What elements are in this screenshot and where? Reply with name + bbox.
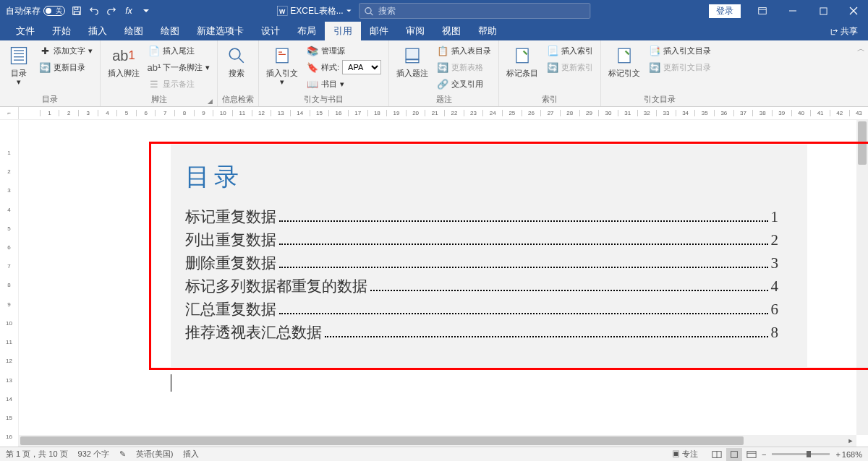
update-toc-button[interactable]: 🔄更新目录 [36,59,95,75]
toc-field[interactable]: 目录 标记重复数据1列出重复数据2删除重复数据3标记多列数据都重复的数据4汇总重… [171,145,807,367]
tab-设计[interactable]: 设计 [252,22,289,40]
close-icon[interactable] [839,0,868,22]
toc-entry[interactable]: 标记多列数据都重复的数据4 [185,276,778,296]
toc-leader-dots [325,336,768,337]
search-input[interactable] [378,6,586,16]
group-footnote: ab1 插入脚注 📄插入尾注 ab¹下一条脚注 ▾ ☰显示备注 脚注◢ [101,40,218,106]
save-icon[interactable] [71,5,82,17]
undo-icon[interactable] [88,5,100,17]
toc-entry[interactable]: 推荐透视表汇总数据8 [185,322,778,342]
insert-table-figures-button[interactable]: 📋插入表目录 [434,43,494,59]
search-large-icon [227,46,246,65]
focus-mode-button[interactable]: ▣ 专注 [672,449,698,460]
autosave-toggle[interactable]: 自动保存 关 [6,5,65,17]
svg-rect-21 [406,48,419,59]
zoom-slider[interactable] [772,453,830,455]
insert-caption-button[interactable]: 插入题注 [393,43,431,79]
toc-entry[interactable]: 删除重复数据3 [185,253,778,273]
login-button[interactable]: 登录 [709,4,741,18]
share-button[interactable]: 共享 [824,24,864,39]
vertical-scrollbar[interactable] [856,120,868,435]
document-area: 12345678910111213141516 目录 标记重复数据1列出重复数据… [0,120,868,447]
update-index-icon: 🔄 [547,61,558,73]
minimize-icon[interactable] [778,0,807,22]
tab-开始[interactable]: 开始 [43,22,80,40]
word-count-status[interactable]: 932 个字 [78,449,109,460]
text-cursor [171,374,807,392]
insert-authorities-button[interactable]: 📑插入引文目录 [646,43,714,59]
tab-布局[interactable]: 布局 [289,22,325,40]
toc-entry-page: 3 [771,254,779,272]
horizontal-ruler[interactable]: ⌐ 12345678910111213141516171819202122232… [0,107,868,120]
scrollbar-thumb[interactable] [858,121,867,165]
page-canvas[interactable]: 目录 标记重复数据1列出重复数据2删除重复数据3标记多列数据都重复的数据4汇总重… [19,120,868,447]
tab-绘图[interactable]: 绘图 [152,22,188,40]
tab-邮件[interactable]: 邮件 [361,22,397,40]
tab-审阅[interactable]: 审阅 [397,22,433,40]
fx-icon[interactable]: fx [123,5,135,17]
insert-index-button[interactable]: 📃插入索引 [544,43,596,59]
tab-帮助[interactable]: 帮助 [469,22,506,40]
style-dropdown[interactable]: APA [342,60,381,74]
spell-check-icon[interactable]: ✎ [119,449,126,459]
smart-lookup-button[interactable]: 搜索 [222,43,251,87]
svg-rect-24 [618,48,630,63]
next-footnote-button[interactable]: ab¹下一条脚注 ▾ [145,59,213,75]
print-layout-icon[interactable] [726,448,742,461]
auth-icon: 📑 [649,45,660,56]
insert-citation-button[interactable]: 插入引文▾ [263,43,301,87]
page-number-status[interactable]: 第 1 页，共 10 页 [6,449,68,460]
scroll-right-icon[interactable]: ► [845,435,856,447]
mark-entry-button[interactable]: 标记条目 [503,43,541,79]
insert-footnote-button[interactable]: ab1 插入脚注 [105,43,142,79]
svg-rect-22 [406,60,419,63]
add-text-icon: ✚ [39,45,51,56]
svg-rect-10 [820,7,826,14]
toc-leader-dots [370,290,768,291]
toc-button[interactable]: 目录▾ [4,43,33,87]
toc-entry[interactable]: 汇总重复数据6 [185,299,778,319]
fig-toc-icon: 📋 [437,45,448,56]
citation-style-select[interactable]: 🔖样式: APA [304,59,384,75]
group-toc: 目录▾ ✚添加文字 ▾ 🔄更新目录 目录 [0,40,101,106]
insert-endnote-button[interactable]: 📄插入尾注 [145,43,213,59]
endnote-icon: 📄 [148,45,160,56]
mark-citation-button[interactable]: 标记引文 [605,43,643,79]
tab-文件[interactable]: 文件 [7,22,43,40]
search-box[interactable] [359,3,591,19]
tab-插入[interactable]: 插入 [80,22,116,40]
tab-绘图[interactable]: 绘图 [116,22,152,40]
tab-新建选项卡[interactable]: 新建选项卡 [188,22,252,40]
tab-视图[interactable]: 视图 [433,22,469,40]
insert-mode-status[interactable]: 插入 [183,449,199,460]
toc-entry[interactable]: 列出重复数据2 [185,230,778,250]
zoom-in-button[interactable]: + [835,450,840,459]
dialog-launcher-icon[interactable]: ◢ [208,98,213,105]
ribbon: 目录▾ ✚添加文字 ▾ 🔄更新目录 目录 ab1 插入脚注 📄插入尾注 ab¹下… [0,40,868,107]
customize-qat-icon[interactable] [140,5,152,17]
bibliography-button[interactable]: 📖书目 ▾ [304,76,384,92]
document-title[interactable]: W EXCEL表格... [277,5,352,17]
svg-rect-7 [759,8,767,14]
svg-text:W: W [279,8,286,15]
collapse-ribbon-icon[interactable]: ︿ [857,43,865,54]
zoom-level[interactable]: 168% [842,450,862,459]
toc-entry-text: 推荐透视表汇总数据 [185,322,322,342]
cross-reference-button[interactable]: 🔗交叉引用 [434,76,494,92]
tab-引用[interactable]: 引用 [325,22,361,40]
vertical-ruler[interactable]: 12345678910111213141516 [0,120,19,447]
language-status[interactable]: 英语(美国) [136,449,173,460]
web-layout-icon[interactable] [744,448,760,461]
scrollbar-thumb[interactable] [20,436,744,445]
add-text-button[interactable]: ✚添加文字 ▾ [36,43,95,59]
toc-entry-page: 8 [771,324,779,342]
ribbon-display-icon[interactable] [748,0,777,22]
svg-rect-23 [516,48,528,63]
toc-entry[interactable]: 标记重复数据1 [185,207,778,227]
zoom-out-button[interactable]: − [762,450,766,459]
manage-sources-button[interactable]: 📚管理源 [304,43,384,59]
maximize-icon[interactable] [809,0,838,22]
horizontal-scrollbar[interactable]: ◄ ► [19,435,856,447]
read-mode-icon[interactable] [709,448,725,461]
redo-icon[interactable] [106,5,117,17]
